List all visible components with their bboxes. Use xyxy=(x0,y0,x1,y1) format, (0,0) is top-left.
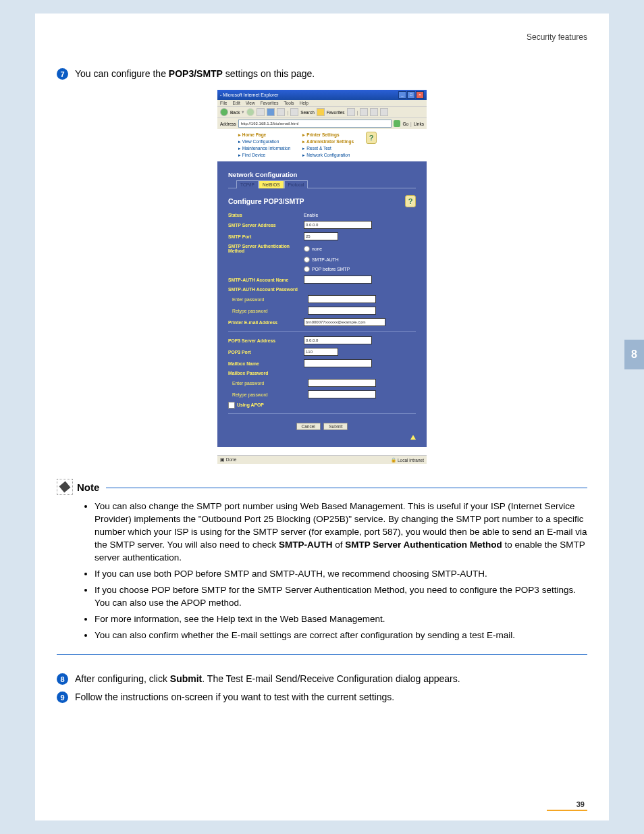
menu-edit[interactable]: Edit xyxy=(232,101,240,105)
menu-view[interactable]: View xyxy=(246,101,255,105)
close-icon[interactable]: × xyxy=(416,91,424,99)
nav-home-page[interactable]: ▸ Home Page xyxy=(238,132,290,138)
step-ball-7: 7 xyxy=(57,68,68,80)
menu-file[interactable]: File xyxy=(220,101,227,105)
step8-a: After configuring, click xyxy=(75,673,170,684)
nav-reset-test[interactable]: ▸ Reset & Test xyxy=(302,145,354,152)
tab-netbios[interactable]: NetBIOS xyxy=(259,180,284,188)
auth-method-label: SMTP Server Authentication Method xyxy=(228,244,304,253)
note-item-3: If you choose POP before SMTP for the SM… xyxy=(95,583,587,609)
back-icon[interactable] xyxy=(220,108,228,116)
print-icon[interactable] xyxy=(370,108,378,116)
enter-pw-input[interactable] xyxy=(308,295,376,303)
window-title: - Microsoft Internet Explorer xyxy=(220,93,278,97)
pop3-addr-label: POP3 Server Address xyxy=(228,338,304,343)
links-label[interactable]: Links xyxy=(414,122,424,126)
note-item-2: If you can use both POP before SMTP and … xyxy=(95,567,587,580)
auth-none-radio[interactable]: none xyxy=(304,246,322,252)
smtp-port-input[interactable]: 25 xyxy=(304,232,338,240)
smtp-addr-input[interactable]: 0.0.0.0 xyxy=(304,221,372,229)
mb-enter-pw-label: Enter password xyxy=(228,381,308,386)
help-icon[interactable]: ? xyxy=(366,132,377,144)
search-label: Search xyxy=(300,110,315,115)
submit-button[interactable]: Submit xyxy=(323,423,348,430)
retype-pw-label: Retype password xyxy=(228,309,308,313)
status-value: Enable xyxy=(304,213,318,217)
stop-icon[interactable] xyxy=(257,108,265,116)
page-number-rule xyxy=(547,810,587,811)
minimize-icon[interactable]: _ xyxy=(398,91,406,99)
go-label: Go xyxy=(402,122,408,126)
status-zone: 🔒 Local intranet xyxy=(391,457,424,463)
step-9: 9 Follow the instructions on-screen if y… xyxy=(57,691,587,704)
acct-pass-label: SMTP-AUTH Account Password xyxy=(228,287,304,292)
step-ball-8: 8 xyxy=(57,673,68,685)
history-icon[interactable] xyxy=(347,108,355,116)
mailbox-name-input[interactable] xyxy=(304,359,372,367)
retype-pw-input[interactable] xyxy=(308,307,376,315)
address-bar: Address http://192.168.1.2/bio/email.htm… xyxy=(217,118,427,129)
step7-text-a: You can configure the xyxy=(75,68,169,79)
note-body: You can also change the SMTP port number… xyxy=(57,495,587,655)
edit-icon[interactable] xyxy=(380,108,388,116)
nav-printer-settings[interactable]: ▸ Printer Settings xyxy=(302,132,354,138)
mb-retype-pw-label: Retype password xyxy=(228,392,308,397)
menu-bar: File Edit View Favorites Tools Help xyxy=(217,100,427,106)
page-number: 39 xyxy=(576,800,585,808)
note-item-1: You can also change the SMTP port number… xyxy=(95,500,587,564)
menu-tools[interactable]: Tools xyxy=(284,101,294,105)
mailbox-pass-label: Mailbox Password xyxy=(228,371,304,375)
printer-email-input[interactable]: brn000077xxxxxx@example.com xyxy=(304,318,385,326)
favorites-icon[interactable] xyxy=(317,108,325,116)
step8-b: . The Test E-mail Send/Receive Configura… xyxy=(202,673,460,684)
menu-favorites[interactable]: Favorites xyxy=(261,101,279,105)
apop-checkbox[interactable]: Using APOP xyxy=(228,402,304,409)
note-icon xyxy=(57,479,73,495)
nav-find-device[interactable]: ▸ Find Device xyxy=(238,152,290,159)
running-header: Security features xyxy=(57,32,587,42)
go-button[interactable] xyxy=(394,120,400,127)
enter-pw-label: Enter password xyxy=(228,297,308,302)
smtp-port-label: SMTP Port xyxy=(228,234,304,239)
pop3-addr-input[interactable]: 0.0.0.0 xyxy=(304,336,372,344)
step-7: 7 You can configure the POP3/SMTP settin… xyxy=(57,68,587,80)
acct-name-label: SMTP-AUTH Account Name xyxy=(228,278,304,282)
step7-text-bold: POP3/SMTP xyxy=(169,68,223,79)
step7-text-b: settings on this page. xyxy=(223,68,315,79)
address-input[interactable]: http://192.168.1.2/bio/email.html xyxy=(238,120,392,128)
status-bar: ▣ Done 🔒 Local intranet xyxy=(217,455,427,464)
mb-enter-pw-input[interactable] xyxy=(308,379,376,387)
toolbar: Back ▾ | Search Favorites | xyxy=(217,106,427,118)
cancel-button[interactable]: Cancel xyxy=(296,423,321,430)
tab-protocol[interactable]: Protocol xyxy=(284,180,308,188)
home-icon[interactable] xyxy=(277,108,285,116)
printer-email-label: Printer E-mail Address xyxy=(228,320,304,325)
mb-retype-pw-input[interactable] xyxy=(308,390,376,398)
refresh-icon[interactable] xyxy=(267,108,275,116)
nav-admin-settings[interactable]: ▸ Administrator Settings xyxy=(302,138,354,145)
step8-bold: Submit xyxy=(170,673,202,684)
mail-icon[interactable] xyxy=(360,108,368,116)
nav-view-config[interactable]: ▸ View Configuration xyxy=(238,138,290,145)
panel-help-icon[interactable]: ? xyxy=(405,195,416,207)
page-title: Configure POP3/SMTP xyxy=(228,197,304,205)
search-icon[interactable] xyxy=(290,108,298,116)
mailbox-name-label: Mailbox Name xyxy=(228,361,304,366)
step9-text: Follow the instructions on-screen if you… xyxy=(75,691,394,704)
step-ball-9: 9 xyxy=(57,692,68,703)
forward-icon[interactable] xyxy=(246,108,254,116)
acct-name-input[interactable] xyxy=(304,276,372,284)
maximize-icon[interactable]: □ xyxy=(407,91,415,99)
nav-network-config[interactable]: ▸ Network Configuration xyxy=(302,152,354,159)
note-item-4: For more information, see the Help text … xyxy=(95,613,587,625)
pop3-port-input[interactable]: 110 xyxy=(304,348,338,356)
tab-tcpip[interactable]: TCP/IP xyxy=(236,180,259,188)
pop3-port-label: POP3 Port xyxy=(228,350,304,355)
nav-maintenance[interactable]: ▸ Maintenance Information xyxy=(238,145,290,152)
menu-help[interactable]: Help xyxy=(300,101,308,105)
go-top[interactable] xyxy=(228,435,416,440)
favorites-label: Favorites xyxy=(327,110,345,115)
section-heading: Network Configuration xyxy=(228,171,416,178)
auth-pop-radio[interactable]: POP before SMTP xyxy=(304,266,350,272)
auth-smtp-radio[interactable]: SMTP-AUTH xyxy=(304,257,339,263)
